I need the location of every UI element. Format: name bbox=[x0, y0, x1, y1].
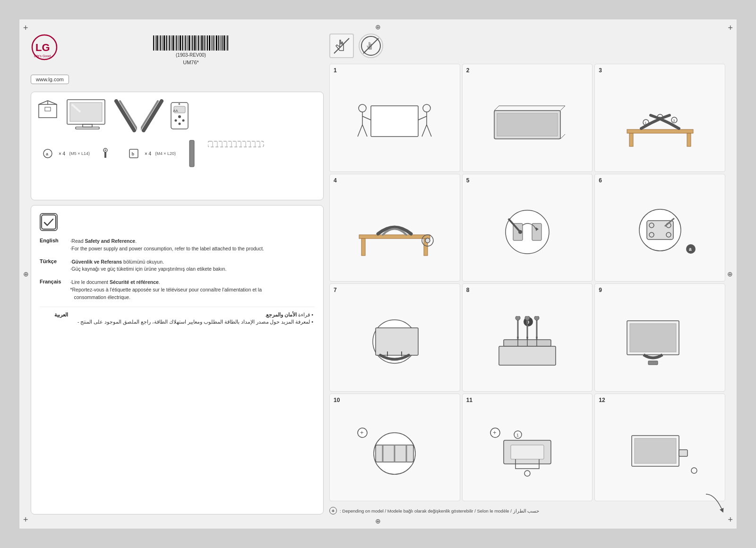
svg-rect-169 bbox=[511, 445, 544, 459]
step-1: 1 bbox=[329, 64, 460, 172]
left-panel: LG Life's Good bbox=[31, 34, 324, 514]
screw-a-illustrations bbox=[101, 139, 110, 168]
lang-text-english: ·Read Safety and Reference. ·For the pow… bbox=[70, 238, 264, 253]
step-2-illustration bbox=[466, 76, 589, 169]
lg-logo: LG Life's Good bbox=[31, 34, 58, 63]
bottom-note-text: : Depending on model / Modele bağlı olar… bbox=[340, 508, 539, 514]
lang-arabic: • قراءة الأمان والمرجع. • لمعرفة المزيد … bbox=[40, 307, 315, 325]
svg-rect-17 bbox=[178, 35, 179, 51]
svg-line-102 bbox=[560, 106, 565, 111]
svg-text:+: + bbox=[493, 429, 497, 436]
svg-rect-36 bbox=[213, 35, 214, 51]
svg-rect-172 bbox=[635, 438, 676, 463]
svg-rect-7 bbox=[160, 35, 161, 51]
svg-text:LG: LG bbox=[35, 42, 50, 53]
model-number: UM76* bbox=[58, 60, 324, 65]
header-center: (1903-REV00) UM76* bbox=[58, 34, 324, 65]
svg-text:a: a bbox=[46, 152, 49, 156]
svg-rect-33 bbox=[207, 35, 208, 51]
svg-rect-71 bbox=[189, 140, 194, 167]
step-12-number: 12 bbox=[599, 397, 721, 403]
svg-point-59 bbox=[182, 120, 185, 122]
svg-rect-114 bbox=[359, 235, 430, 239]
svg-rect-4 bbox=[155, 35, 155, 51]
reg-mark-bl: + bbox=[23, 515, 28, 525]
tv-illustration bbox=[66, 99, 109, 133]
svg-rect-21 bbox=[185, 35, 186, 51]
svg-rect-40 bbox=[220, 35, 221, 51]
svg-rect-106 bbox=[629, 133, 633, 146]
svg-rect-20 bbox=[184, 35, 184, 51]
step-1-illustration bbox=[334, 76, 456, 169]
reg-mark-tm: ⊕ bbox=[375, 23, 381, 31]
step-9-illustration bbox=[599, 295, 721, 388]
svg-point-143 bbox=[525, 316, 530, 320]
svg-point-89 bbox=[359, 104, 366, 112]
lg-logo-circle: LG Life's Good bbox=[31, 34, 58, 63]
reg-mark-bm: ⊕ bbox=[375, 517, 381, 525]
svg-rect-12 bbox=[169, 35, 170, 51]
right-panel: 1 bbox=[329, 34, 725, 514]
screw-a-count: × 4 bbox=[59, 151, 65, 156]
step-10: 10 + bbox=[329, 394, 460, 502]
svg-rect-32 bbox=[206, 35, 206, 51]
svg-point-141 bbox=[515, 316, 520, 320]
screw-a-size: (M5 × L14) bbox=[69, 151, 90, 156]
screws-row: a × 4 (M5 × L14) bbox=[38, 139, 317, 168]
svg-text:AA: AA bbox=[173, 109, 178, 113]
lang-name-french: Français bbox=[40, 279, 68, 284]
lang-turkish: Türkçe ·Güvenlik ve Referans bölümünü ok… bbox=[40, 258, 315, 274]
svg-text:3: 3 bbox=[673, 119, 675, 123]
svg-rect-31 bbox=[204, 35, 205, 51]
svg-rect-68 bbox=[104, 152, 106, 158]
box-icon bbox=[37, 98, 59, 121]
svg-point-118 bbox=[425, 238, 430, 243]
svg-rect-41 bbox=[222, 35, 223, 51]
no-touch-icon bbox=[359, 34, 383, 58]
svg-point-57 bbox=[178, 115, 181, 118]
svg-rect-53 bbox=[76, 127, 99, 129]
step-5-number: 5 bbox=[466, 177, 589, 184]
step-3-number: 3 bbox=[599, 67, 721, 74]
svg-rect-26 bbox=[194, 35, 196, 51]
lang-name-arabic: العربية bbox=[40, 312, 68, 318]
svg-rect-42 bbox=[223, 35, 225, 51]
svg-rect-105 bbox=[627, 129, 693, 133]
svg-line-47 bbox=[48, 101, 57, 104]
plus-icon: + bbox=[329, 507, 337, 514]
step-6-illustration: a bbox=[599, 186, 721, 279]
svg-rect-10 bbox=[166, 35, 167, 51]
svg-text:+: + bbox=[360, 429, 364, 436]
reg-mark-tl: + bbox=[23, 23, 28, 33]
svg-line-93 bbox=[362, 125, 367, 137]
svg-line-101 bbox=[494, 106, 499, 111]
step-12-illustration bbox=[599, 405, 721, 498]
svg-point-123 bbox=[518, 230, 522, 234]
svg-point-174 bbox=[691, 468, 697, 473]
svg-point-94 bbox=[423, 104, 430, 112]
svg-rect-37 bbox=[215, 35, 215, 51]
svg-rect-39 bbox=[218, 35, 219, 51]
svg-text:1: 1 bbox=[516, 433, 519, 437]
barcode-area: (1903-REV00) bbox=[58, 35, 324, 58]
svg-text:2: 2 bbox=[659, 116, 661, 120]
svg-rect-30 bbox=[201, 35, 203, 51]
svg-rect-173 bbox=[679, 450, 687, 456]
svg-text:Life's Good: Life's Good bbox=[34, 54, 51, 58]
lang-name-turkish: Türkçe bbox=[40, 258, 68, 264]
website-badge: www.lg.com bbox=[31, 75, 69, 84]
screw-b: b × 4 (M4 × L20) bbox=[129, 139, 176, 168]
bottom-right-arrow bbox=[704, 492, 727, 517]
svg-rect-5 bbox=[156, 35, 158, 51]
svg-rect-156 bbox=[648, 361, 658, 365]
info-header bbox=[40, 213, 315, 231]
lang-french: Français ·Lire le document Sécurité et r… bbox=[40, 279, 315, 301]
screw-a: a × 4 (M5 × L14) bbox=[43, 139, 90, 168]
svg-line-98 bbox=[427, 125, 431, 137]
svg-rect-15 bbox=[175, 35, 175, 51]
step-8-illustration: b bbox=[466, 295, 589, 388]
svg-rect-23 bbox=[189, 35, 190, 51]
svg-line-46 bbox=[39, 101, 48, 104]
reg-mark-tr: + bbox=[728, 23, 733, 33]
svg-text:b: b bbox=[131, 152, 134, 156]
